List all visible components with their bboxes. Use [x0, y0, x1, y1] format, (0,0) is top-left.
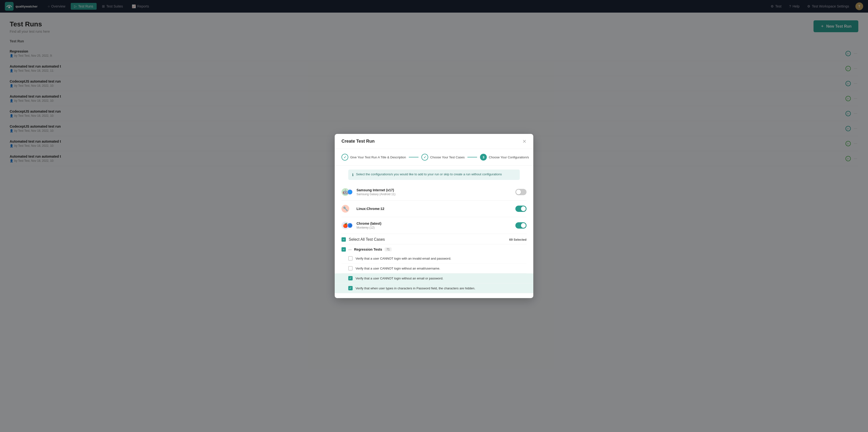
info-icon: ℹ	[352, 173, 353, 174]
create-test-run-modal: Create Test Run ✕ ✓ Give Your Test Run A…	[335, 134, 533, 174]
modal-header: Create Test Run ✕	[335, 134, 533, 149]
modal-overlay[interactable]: Create Test Run ✕ ✓ Give Your Test Run A…	[0, 0, 868, 174]
step-3-circle: 3	[480, 154, 487, 160]
step-3: 3 Choose Your Configuration/s	[480, 154, 529, 160]
step-1: ✓ Give Your Test Run A Title & Descripti…	[341, 154, 406, 160]
close-button[interactable]: ✕	[522, 139, 527, 144]
step-2: ✓ Choose Your Test Cases	[422, 154, 465, 160]
step-connector-1	[409, 157, 418, 157]
step-2-circle: ✓	[422, 154, 428, 160]
step-connector-2	[467, 157, 477, 157]
stepper: ✓ Give Your Test Run A Title & Descripti…	[335, 149, 533, 166]
step-1-circle: ✓	[341, 154, 348, 160]
info-box: ℹ Select the configurations/s you would …	[348, 169, 520, 174]
step-2-label: Choose Your Test Cases	[430, 155, 465, 159]
modal-title: Create Test Run	[341, 139, 375, 144]
info-text: Select the configurations/s you would li…	[356, 173, 502, 174]
step-3-label: Choose Your Configuration/s	[489, 155, 529, 159]
modal-body: ℹ Select the configurations/s you would …	[335, 166, 533, 174]
step-1-label: Give Your Test Run A Title & Description	[350, 155, 406, 159]
